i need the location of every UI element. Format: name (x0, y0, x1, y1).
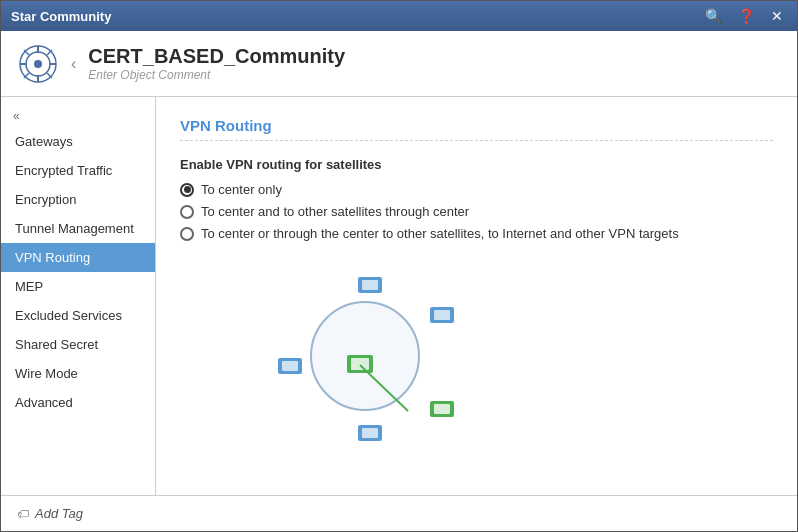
footer: 🏷 Add Tag (1, 495, 797, 531)
help-button[interactable]: ❓ (734, 8, 759, 24)
object-comment[interactable]: Enter Object Comment (88, 68, 345, 82)
search-button[interactable]: 🔍 (701, 8, 726, 24)
sidebar-item-shared-secret[interactable]: Shared Secret (1, 330, 155, 359)
svg-rect-12 (362, 280, 378, 290)
radio-circle-2 (180, 205, 194, 219)
tag-icon: 🏷 (17, 507, 29, 521)
radio-to-center-or-through[interactable]: To center or through the center to other… (180, 226, 773, 241)
app-header: ‹ CERT_BASED_Community Enter Object Comm… (1, 31, 797, 97)
sidebar-item-vpn-routing[interactable]: VPN Routing (1, 243, 155, 272)
add-tag-label[interactable]: Add Tag (35, 506, 83, 521)
sidebar-item-gateways[interactable]: Gateways (1, 127, 155, 156)
radio-to-center-only[interactable]: To center only (180, 182, 773, 197)
sidebar: « Gateways Encrypted Traffic Encryption … (1, 97, 156, 495)
close-button[interactable]: ✕ (767, 8, 787, 24)
gateway-top-right (430, 307, 454, 325)
gateway-left (278, 358, 302, 376)
vpn-routing-diagram (220, 261, 520, 441)
radio-to-center-satellites[interactable]: To center and to other satellites throug… (180, 204, 773, 219)
radio-circle-3 (180, 227, 194, 241)
app-logo (17, 43, 59, 85)
title-bar: Star Community 🔍 ❓ ✕ (1, 1, 797, 31)
radio-group: To center only To center and to other sa… (180, 182, 773, 241)
sidebar-item-wire-mode[interactable]: Wire Mode (1, 359, 155, 388)
svg-rect-16 (282, 361, 298, 371)
object-name: CERT_BASED_Community (88, 45, 345, 68)
svg-line-19 (360, 365, 408, 411)
svg-rect-23 (362, 428, 378, 438)
section-title: VPN Routing (180, 117, 773, 141)
radio-circle-1 (180, 183, 194, 197)
header-info: CERT_BASED_Community Enter Object Commen… (88, 45, 345, 82)
sidebar-item-excluded-services[interactable]: Excluded Services (1, 301, 155, 330)
sidebar-item-advanced[interactable]: Advanced (1, 388, 155, 417)
radio-label-2: To center and to other satellites throug… (201, 204, 469, 219)
svg-rect-14 (434, 310, 450, 320)
enable-label: Enable VPN routing for satellites (180, 157, 773, 172)
main-window: Star Community 🔍 ❓ ✕ ‹ CERT_BASED_Commun… (0, 0, 798, 532)
gateway-bottom (358, 425, 382, 443)
sidebar-item-tunnel-management[interactable]: Tunnel Management (1, 214, 155, 243)
radio-label-3: To center or through the center to other… (201, 226, 679, 241)
svg-point-2 (34, 60, 42, 68)
sidebar-collapse-button[interactable]: « (1, 105, 155, 127)
radio-label-1: To center only (201, 182, 282, 197)
sidebar-item-encryption[interactable]: Encryption (1, 185, 155, 214)
collapse-arrow[interactable]: ‹ (71, 55, 76, 73)
sidebar-item-encrypted-traffic[interactable]: Encrypted Traffic (1, 156, 155, 185)
main-content: « Gateways Encrypted Traffic Encryption … (1, 97, 797, 495)
window-controls: 🔍 ❓ ✕ (701, 8, 787, 24)
svg-rect-21 (434, 404, 450, 414)
connection-line (340, 356, 420, 436)
window-title: Star Community (11, 9, 111, 24)
gateway-bottom-right (430, 401, 454, 419)
content-panel: VPN Routing Enable VPN routing for satel… (156, 97, 797, 495)
sidebar-item-mep[interactable]: MEP (1, 272, 155, 301)
gateway-top (358, 277, 382, 295)
